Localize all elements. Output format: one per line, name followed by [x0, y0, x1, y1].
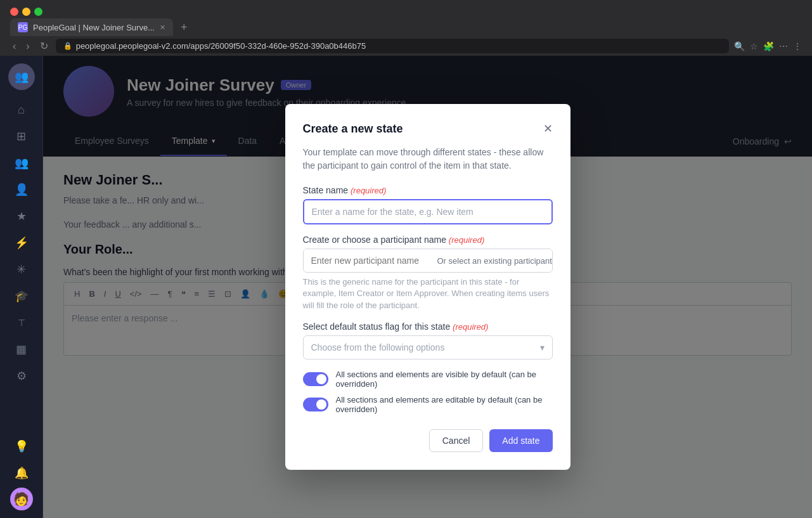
modal-description: Your template can move through different…: [303, 146, 553, 172]
sidebar-item-settings[interactable]: ⚙: [10, 364, 34, 388]
menu-icon[interactable]: ⋮: [793, 41, 802, 51]
toggle-visible-label: All sections and elements are visible by…: [336, 370, 553, 389]
add-state-button[interactable]: Add state: [489, 429, 552, 452]
participant-group: Create or choose a participant name (req…: [303, 235, 553, 311]
modal-overlay: Create a new state ✕ Your template can m…: [43, 56, 812, 518]
toggle-editable-label: All sections and elements are editable b…: [336, 395, 553, 414]
modal-close-button[interactable]: ✕: [543, 122, 553, 136]
status-flag-group: Select default status flag for this stat…: [303, 321, 553, 359]
url-text: peoplegoal.peoplegoal-v2.com/apps/26009f…: [76, 41, 366, 51]
sidebar-item-table[interactable]: ▦: [10, 337, 34, 361]
participant-select-button[interactable]: Or select an existing participant ▾: [430, 249, 553, 272]
refresh-button[interactable]: ↻: [37, 39, 51, 53]
traffic-light-green[interactable]: [34, 8, 42, 16]
sidebar: 👥 ⌂ ⊞ 👥 👤 ★ ⚡ ✳ 🎓 ⊤ ▦ ⚙ 💡 🔔 🧑: [0, 56, 43, 518]
participant-hint: This is the generic name for the partici…: [303, 276, 553, 311]
participant-label: Create or choose a participant name (req…: [303, 235, 553, 245]
toggle-editable-row: All sections and elements are editable b…: [303, 395, 553, 414]
profile-icon[interactable]: ⋯: [779, 41, 788, 51]
extensions-icon[interactable]: 🧩: [763, 41, 774, 51]
address-bar[interactable]: 🔒 peoplegoal.peoplegoal-v2.com/apps/2600…: [56, 39, 729, 53]
participant-select-label: Or select an existing participant: [437, 256, 552, 266]
user-avatar[interactable]: 🧑: [10, 488, 33, 510]
lock-icon: 🔒: [63, 42, 72, 50]
cancel-button[interactable]: Cancel: [429, 429, 484, 452]
sidebar-item-bell[interactable]: 🔔: [10, 461, 34, 485]
browser-tab[interactable]: PG PeopleGoal | New Joiner Surve... ✕: [10, 18, 173, 36]
forward-button[interactable]: ›: [23, 39, 32, 53]
state-name-label: State name (required): [303, 185, 553, 195]
search-browser-icon[interactable]: 🔍: [734, 41, 745, 51]
traffic-light-yellow[interactable]: [22, 8, 30, 16]
participant-required: (required): [449, 235, 484, 245]
sidebar-item-hierarchy[interactable]: ⊤: [10, 311, 34, 335]
sidebar-item-lightning[interactable]: ⚡: [10, 231, 34, 255]
modal-title: Create a new state: [303, 122, 403, 136]
participant-name-input[interactable]: [304, 249, 430, 272]
status-flag-label: Select default status flag for this stat…: [303, 321, 553, 332]
modal-header: Create a new state ✕: [303, 122, 553, 136]
state-name-required: (required): [351, 186, 386, 195]
sidebar-item-graduation[interactable]: 🎓: [10, 284, 34, 308]
sidebar-item-star[interactable]: ★: [10, 204, 34, 228]
browser-chrome: PG PeopleGoal | New Joiner Surve... ✕ + …: [0, 0, 812, 56]
sidebar-item-grid[interactable]: ⊞: [10, 124, 34, 148]
sidebar-item-home[interactable]: ⌂: [10, 98, 34, 122]
bookmark-icon[interactable]: ☆: [750, 41, 758, 51]
tab-favicon: PG: [18, 22, 28, 32]
app-logo: 👥: [8, 63, 35, 90]
app-layout: 👥 ⌂ ⊞ 👥 👤 ★ ⚡ ✳ 🎓 ⊤ ▦ ⚙ 💡 🔔 🧑: [0, 56, 812, 518]
tab-title: PeopleGoal | New Joiner Surve...: [33, 23, 155, 32]
state-name-input[interactable]: [303, 199, 553, 224]
status-dropdown[interactable]: Choose from the following options ▾: [303, 335, 553, 359]
visible-toggle[interactable]: [303, 372, 328, 386]
dropdown-chevron-icon: ▾: [540, 342, 545, 353]
editable-toggle[interactable]: [303, 398, 328, 411]
state-name-group: State name (required): [303, 185, 553, 224]
new-tab-button[interactable]: +: [176, 21, 193, 34]
main-content: New Joiner Survey Owner A survey for new…: [43, 56, 812, 518]
sidebar-item-person-add[interactable]: 👤: [10, 178, 34, 202]
status-flag-required: (required): [453, 322, 488, 332]
status-dropdown-label: Choose from the following options: [311, 342, 445, 353]
sidebar-item-asterisk[interactable]: ✳: [10, 257, 34, 282]
modal-footer: Cancel Add state: [303, 429, 553, 452]
back-button[interactable]: ‹: [10, 39, 18, 53]
sidebar-item-bulb[interactable]: 💡: [10, 434, 34, 458]
traffic-light-red[interactable]: [10, 8, 18, 16]
create-state-modal: Create a new state ✕ Your template can m…: [285, 104, 570, 470]
sidebar-item-people[interactable]: 👥: [10, 151, 34, 175]
tab-close-button[interactable]: ✕: [160, 23, 165, 32]
toggle-visible-row: All sections and elements are visible by…: [303, 370, 553, 389]
participant-input-row: Or select an existing participant ▾: [303, 249, 553, 273]
